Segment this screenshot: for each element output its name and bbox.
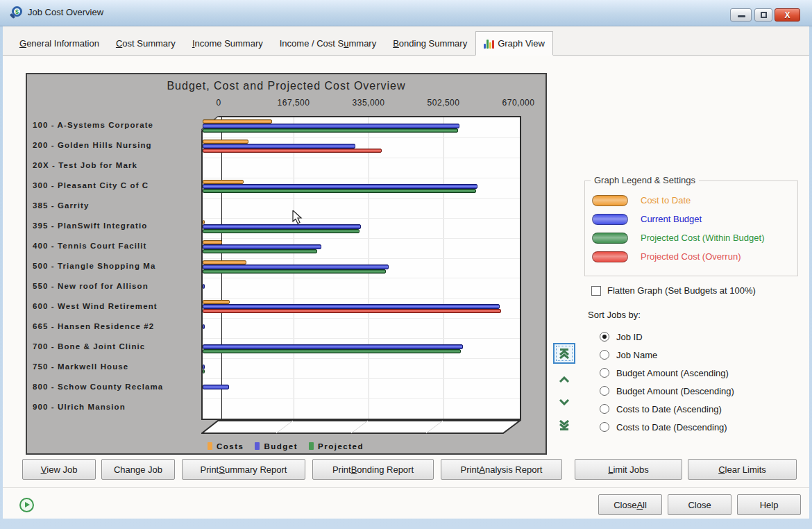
job-label: 800 - Schow County Reclama	[33, 383, 198, 391]
job-bar-group	[203, 117, 521, 137]
scroll-bottom-icon	[559, 420, 570, 430]
scroll-top-icon	[559, 349, 570, 359]
radio-button[interactable]	[600, 350, 609, 360]
x-axis-tick: 335,000	[353, 98, 385, 108]
clear-limits-button[interactable]: Clear Limits	[688, 459, 797, 480]
projected-bar	[203, 189, 476, 193]
scroll-down-button[interactable]	[559, 394, 570, 410]
bar-chart-icon	[484, 39, 494, 49]
budget-bar	[203, 324, 205, 329]
radio-label: Job Name	[616, 350, 657, 360]
label-text: onding Report	[357, 464, 414, 475]
accelerator-letter: V	[41, 464, 47, 475]
close-all-button[interactable]: Close All	[598, 494, 662, 515]
sort-option-job-name[interactable]: Job Name	[600, 346, 734, 364]
help-button[interactable]: Help	[737, 494, 801, 515]
scroll-to-bottom-button[interactable]	[559, 417, 570, 433]
job-label: 700 - Bone & Joint Clinic	[33, 342, 198, 351]
label-text: nalysis Report	[485, 464, 542, 475]
close-button[interactable]: Close	[668, 494, 731, 515]
radio-button[interactable]	[600, 332, 609, 342]
tab-cost-summary[interactable]: Cost Summary	[108, 32, 184, 56]
label-text: Income / Cost S	[280, 38, 344, 49]
content-area: Budget, Cost and Projected Cost Overview…	[3, 56, 809, 519]
job-label: 395 - PlanSwift Integratio	[33, 221, 198, 230]
job-bar-group	[203, 358, 521, 378]
budget-bar	[203, 344, 463, 349]
legend-item: Projected	[309, 442, 364, 451]
budget-bar	[203, 244, 321, 249]
job-bar-group	[203, 178, 521, 198]
flatten-graph-checkbox[interactable]	[591, 286, 601, 296]
play-button[interactable]	[19, 498, 34, 512]
flatten-graph-option[interactable]: Flatten Graph (Set Budgets at 100%)	[591, 285, 756, 296]
color-pill	[592, 251, 628, 262]
print-summary-report-button[interactable]: Print Summary Report	[182, 459, 305, 480]
maximize-button[interactable]	[754, 8, 772, 22]
radio-button[interactable]	[600, 368, 609, 378]
radio-label: Costs to Date (Ascending)	[616, 404, 722, 414]
settings-legend-row: Projected Cost (Within Budget)	[592, 228, 764, 247]
window-client-area: General InformationCost SummaryIncome Su…	[3, 26, 809, 519]
budget-bar	[203, 364, 205, 369]
chart-panel: Budget, Cost and Projected Cost Overview…	[26, 73, 547, 455]
job-label: 550 - New roof for Allison	[33, 282, 198, 290]
overrun-bar	[203, 149, 382, 153]
budget-bar	[203, 184, 477, 189]
job-bar-group	[203, 158, 521, 178]
accelerator-letter: L	[608, 464, 613, 475]
sort-option-costs-to-date-descending[interactable]: Costs to Date (Descending)	[600, 418, 734, 436]
tab-bonding-summary[interactable]: Bonding Summary	[384, 32, 475, 56]
scroll-up-button[interactable]	[559, 371, 570, 387]
tab-label: Income Summary	[192, 38, 263, 49]
job-label: 900 - Ulrich Mansion	[33, 403, 198, 411]
legend-label: Costs	[217, 442, 244, 451]
sort-option-job-id[interactable]: Job ID	[600, 328, 734, 346]
job-label: 665 - Hansen Residence #2	[33, 322, 198, 330]
label-text: ll	[643, 500, 647, 510]
label-text: iew Job	[46, 464, 77, 475]
sort-jobs-label: Sort Jobs by:	[588, 310, 641, 320]
radio-button[interactable]	[600, 422, 609, 432]
radio-label: Job ID	[616, 332, 643, 342]
label-text: ost Summary	[122, 38, 176, 49]
label-text: Print	[332, 464, 351, 475]
tab-graph-view[interactable]: Graph View	[475, 31, 553, 56]
change-job-button[interactable]: Change Job	[101, 459, 175, 480]
settings-legend-label: Projected Cost (Overrun)	[641, 251, 741, 262]
costs-bar	[203, 220, 205, 224]
minimize-button[interactable]	[730, 8, 752, 22]
x-axis-tick: 0	[216, 98, 221, 108]
view-job-button[interactable]: View Job	[22, 459, 96, 480]
scroll-to-top-button[interactable]	[553, 343, 575, 364]
budget-bar	[203, 124, 459, 128]
job-label: 600 - West Wind Retirement	[33, 302, 198, 310]
budget-bar	[203, 284, 205, 289]
radio-button[interactable]	[600, 386, 609, 396]
mouse-cursor	[292, 210, 305, 226]
settings-legend-label: Projected Cost (Within Budget)	[641, 233, 764, 243]
projected-bar	[203, 269, 386, 274]
tab-income-cost-summary[interactable]: Income / Cost Summary	[271, 32, 384, 56]
close-button[interactable]: X	[775, 8, 800, 22]
radio-button[interactable]	[600, 404, 609, 414]
accelerator-letter: B	[393, 38, 399, 49]
limit-jobs-button[interactable]: Limit Jobs	[575, 459, 682, 480]
tab-income-summary[interactable]: Income Summary	[184, 32, 271, 56]
chevron-down-icon	[559, 399, 570, 405]
sort-option-budget-amount-ascending[interactable]: Budget Amount (Ascending)	[600, 364, 734, 382]
sort-option-costs-to-date-ascending[interactable]: Costs to Date (Ascending)	[600, 400, 734, 418]
tab-general-information[interactable]: General Information	[11, 32, 108, 56]
projected-bar	[203, 229, 360, 233]
accelerator-letter: A	[636, 500, 643, 510]
accelerator-letter: C	[718, 464, 725, 475]
job-bar-group	[203, 378, 521, 398]
legend-label: Budget	[264, 442, 298, 451]
color-pill	[592, 214, 628, 225]
legend-label: Projected	[318, 442, 364, 451]
job-label: 750 - Markwell House	[33, 362, 198, 371]
print-bonding-report-button[interactable]: Print Bonding Report	[312, 459, 434, 480]
tab-label: Graph View	[498, 38, 545, 49]
sort-option-budget-amount-descending[interactable]: Budget Amount (Descending)	[600, 382, 734, 400]
print-analysis-report-button[interactable]: Print Analysis Report	[441, 459, 562, 480]
